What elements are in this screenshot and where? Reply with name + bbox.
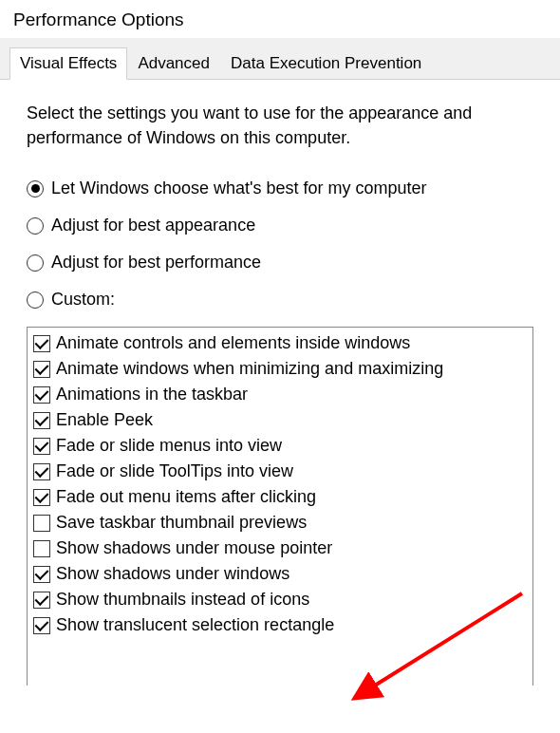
tab-content: Select the settings you want to use for … xyxy=(0,80,560,686)
radio-custom[interactable]: Custom: xyxy=(27,290,533,310)
radio-let-windows-choose[interactable]: Let Windows choose what's best for my co… xyxy=(27,179,533,198)
checkbox-icon xyxy=(33,361,50,378)
checkbox-label: Show translucent selection rectangle xyxy=(56,615,334,635)
checkbox-translucent-selection[interactable]: Show translucent selection rectangle xyxy=(33,615,529,635)
tab-advanced[interactable]: Advanced xyxy=(127,47,220,79)
radio-best-appearance[interactable]: Adjust for best appearance xyxy=(27,216,533,235)
checkbox-fade-menu-items[interactable]: Fade out menu items after clicking xyxy=(33,487,529,507)
radio-label: Adjust for best appearance xyxy=(51,216,255,235)
checkbox-animate-windows[interactable]: Animate windows when minimizing and maxi… xyxy=(33,359,529,379)
checkbox-label: Animate controls and elements inside win… xyxy=(56,333,410,353)
checkbox-fade-tooltips[interactable]: Fade or slide ToolTips into view xyxy=(33,461,529,481)
tab-dep[interactable]: Data Execution Prevention xyxy=(220,47,432,79)
radio-icon xyxy=(27,291,44,309)
checkbox-label: Fade or slide menus into view xyxy=(56,436,282,456)
checkbox-label: Show shadows under mouse pointer xyxy=(56,538,332,558)
checkbox-icon xyxy=(33,540,50,557)
tab-bar: Visual Effects Advanced Data Execution P… xyxy=(0,38,560,80)
checkbox-label: Save taskbar thumbnail previews xyxy=(56,513,307,533)
tab-label: Advanced xyxy=(138,54,210,72)
radio-icon xyxy=(27,217,44,235)
tab-label: Visual Effects xyxy=(20,54,117,72)
checkbox-enable-peek[interactable]: Enable Peek xyxy=(33,410,529,430)
tab-visual-effects[interactable]: Visual Effects xyxy=(9,47,127,80)
checkbox-animate-controls[interactable]: Animate controls and elements inside win… xyxy=(33,333,529,353)
checkbox-icon xyxy=(33,566,50,583)
checkbox-label: Fade or slide ToolTips into view xyxy=(56,461,293,481)
checkbox-fade-menus[interactable]: Fade or slide menus into view xyxy=(33,436,529,456)
checkbox-icon xyxy=(33,592,50,609)
settings-description: Select the settings you want to use for … xyxy=(27,101,533,150)
checkbox-label: Animate windows when minimizing and maxi… xyxy=(56,359,443,379)
radio-icon xyxy=(27,180,44,197)
checkbox-icon xyxy=(33,617,50,634)
checkbox-shadows-mouse[interactable]: Show shadows under mouse pointer xyxy=(33,538,529,558)
checkbox-label: Show thumbnails instead of icons xyxy=(56,590,309,610)
radio-icon xyxy=(27,254,44,272)
window-title: Performance Options xyxy=(0,0,560,38)
checkbox-show-thumbnails[interactable]: Show thumbnails instead of icons xyxy=(33,590,529,610)
visual-effects-list[interactable]: Animate controls and elements inside win… xyxy=(27,327,533,686)
checkbox-icon xyxy=(33,463,50,480)
radio-group: Let Windows choose what's best for my co… xyxy=(27,179,533,310)
checkbox-icon xyxy=(33,335,50,352)
radio-best-performance[interactable]: Adjust for best performance xyxy=(27,253,533,273)
checkbox-label: Enable Peek xyxy=(56,410,153,430)
checkbox-save-taskbar-thumbnails[interactable]: Save taskbar thumbnail previews xyxy=(33,513,529,533)
radio-label: Let Windows choose what's best for my co… xyxy=(51,179,427,198)
checkbox-icon xyxy=(33,386,50,404)
radio-label: Adjust for best performance xyxy=(51,253,261,273)
checkbox-label: Animations in the taskbar xyxy=(56,385,248,404)
checkbox-icon xyxy=(33,412,50,429)
radio-label: Custom: xyxy=(51,290,115,310)
checkbox-label: Fade out menu items after clicking xyxy=(56,487,316,507)
checkbox-icon xyxy=(33,515,50,532)
checkbox-label: Show shadows under windows xyxy=(56,564,289,584)
tab-label: Data Execution Prevention xyxy=(231,54,421,72)
checkbox-icon xyxy=(33,489,50,506)
checkbox-shadows-windows[interactable]: Show shadows under windows xyxy=(33,564,529,584)
checkbox-icon xyxy=(33,438,50,455)
checkbox-animations-taskbar[interactable]: Animations in the taskbar xyxy=(33,385,529,404)
